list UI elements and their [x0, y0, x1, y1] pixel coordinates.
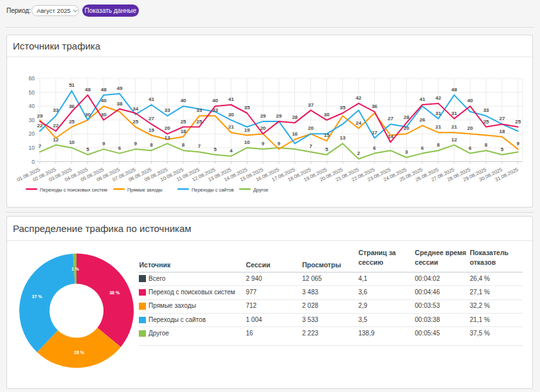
svg-text:37 %: 37 %: [32, 294, 43, 299]
svg-text:25: 25: [132, 119, 138, 125]
svg-text:21: 21: [451, 124, 457, 130]
svg-text:Переходы с сайтов: Переходы с сайтов: [192, 187, 234, 193]
svg-text:40: 40: [101, 98, 107, 103]
svg-text:10: 10: [69, 139, 75, 145]
svg-text:18: 18: [499, 129, 505, 134]
svg-text:20: 20: [467, 125, 473, 131]
svg-text:29: 29: [37, 113, 43, 119]
svg-text:5: 5: [86, 147, 89, 152]
svg-text:19: 19: [148, 127, 154, 133]
svg-text:25: 25: [69, 119, 75, 125]
svg-text:22: 22: [37, 123, 43, 129]
svg-text:48: 48: [101, 87, 107, 93]
svg-text:30: 30: [228, 112, 234, 118]
svg-text:8: 8: [485, 142, 488, 148]
svg-text:26: 26: [420, 117, 426, 123]
svg-text:3: 3: [405, 149, 408, 155]
svg-text:Переходы с поисковых систем: Переходы с поисковых систем: [40, 187, 107, 193]
svg-text:27: 27: [388, 116, 393, 121]
svg-text:20: 20: [260, 125, 266, 131]
svg-text:35: 35: [340, 105, 346, 111]
svg-text:Прямые заходы: Прямые заходы: [127, 187, 163, 193]
svg-text:7: 7: [309, 143, 312, 149]
svg-text:12: 12: [53, 137, 59, 143]
svg-text:30: 30: [324, 112, 330, 118]
svg-text:12: 12: [451, 137, 457, 143]
svg-text:10: 10: [244, 139, 250, 145]
svg-text:9: 9: [102, 141, 105, 147]
svg-text:9: 9: [134, 141, 137, 147]
svg-text:13: 13: [165, 135, 170, 141]
svg-text:28: 28: [292, 114, 298, 120]
svg-text:33: 33: [483, 107, 489, 113]
svg-text:40: 40: [29, 103, 35, 109]
svg-text:21: 21: [228, 124, 234, 130]
svg-text:35: 35: [244, 105, 250, 111]
svg-text:33: 33: [165, 107, 170, 113]
svg-text:48: 48: [85, 87, 91, 93]
svg-text:33: 33: [53, 107, 59, 113]
svg-text:29: 29: [260, 113, 266, 119]
svg-text:37: 37: [308, 102, 314, 108]
svg-text:8: 8: [437, 142, 440, 148]
svg-text:7: 7: [39, 143, 42, 149]
svg-text:4: 4: [230, 148, 233, 154]
svg-text:38 %: 38 %: [109, 290, 120, 295]
svg-text:2: 2: [357, 150, 361, 156]
svg-text:28: 28: [404, 114, 410, 120]
svg-text:25: 25: [515, 119, 521, 125]
svg-text:22: 22: [53, 123, 59, 129]
svg-text:30: 30: [29, 117, 35, 123]
svg-text:28 %: 28 %: [74, 350, 85, 355]
svg-text:25: 25: [181, 119, 186, 125]
svg-text:25: 25: [196, 119, 202, 125]
svg-text:0: 0: [32, 159, 35, 165]
svg-text:33: 33: [196, 107, 202, 113]
svg-text:13: 13: [340, 135, 346, 141]
svg-text:38: 38: [116, 101, 122, 107]
svg-text:9: 9: [278, 141, 281, 147]
svg-text:34: 34: [132, 106, 138, 112]
svg-text:24: 24: [356, 120, 361, 126]
svg-text:21: 21: [435, 124, 441, 130]
svg-text:60: 60: [29, 75, 35, 82]
svg-text:16: 16: [292, 131, 298, 137]
svg-text:40: 40: [212, 98, 218, 103]
svg-text:25: 25: [483, 119, 489, 125]
svg-text:6: 6: [118, 145, 122, 151]
svg-text:49: 49: [116, 85, 122, 91]
svg-text:33: 33: [212, 107, 218, 113]
svg-text:42: 42: [356, 95, 361, 101]
svg-text:40: 40: [181, 98, 186, 103]
svg-text:41: 41: [420, 96, 426, 102]
svg-text:48: 48: [451, 87, 457, 93]
svg-text:5: 5: [501, 147, 504, 152]
svg-text:7: 7: [198, 143, 201, 149]
svg-text:42: 42: [435, 95, 441, 101]
svg-text:5: 5: [213, 147, 217, 152]
svg-text:18: 18: [181, 129, 186, 134]
svg-text:36: 36: [69, 103, 75, 109]
svg-text:40: 40: [467, 98, 473, 103]
svg-text:14: 14: [388, 134, 393, 139]
svg-text:20: 20: [29, 130, 35, 137]
svg-text:29: 29: [276, 113, 282, 119]
svg-text:51: 51: [69, 82, 75, 88]
svg-text:27: 27: [499, 116, 505, 121]
svg-text:31: 31: [435, 111, 441, 116]
svg-text:41: 41: [148, 96, 154, 102]
svg-text:41: 41: [228, 96, 234, 102]
svg-text:19: 19: [244, 127, 250, 133]
svg-text:20: 20: [404, 125, 410, 131]
svg-text:6: 6: [373, 145, 376, 151]
svg-text:30: 30: [101, 112, 107, 118]
svg-text:15: 15: [324, 132, 330, 138]
svg-text:8: 8: [182, 142, 185, 148]
svg-text:20: 20: [308, 125, 314, 131]
svg-text:31: 31: [451, 111, 457, 116]
svg-text:17: 17: [372, 130, 377, 136]
svg-text:5: 5: [325, 147, 328, 152]
svg-text:Другое: Другое: [253, 187, 268, 193]
svg-text:50: 50: [29, 89, 35, 96]
svg-text:6: 6: [421, 145, 424, 151]
